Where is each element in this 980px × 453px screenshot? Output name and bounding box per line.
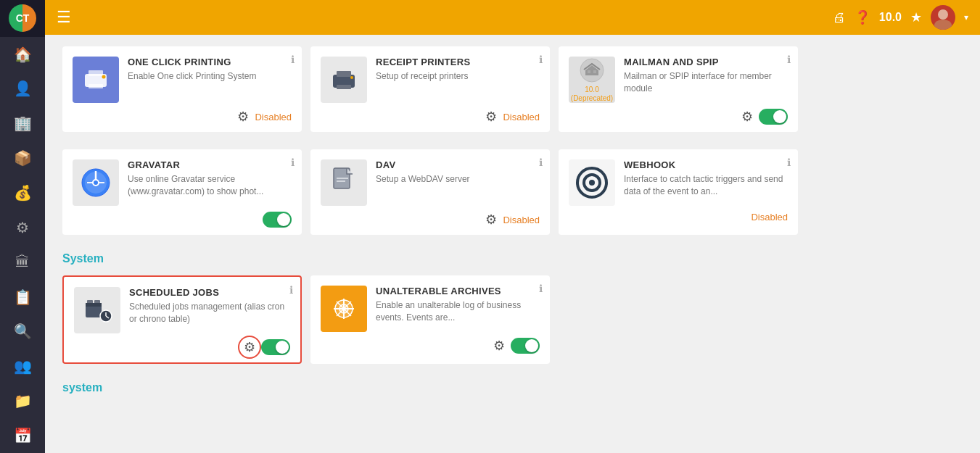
dav-gear-icon[interactable]: ⚙ bbox=[485, 212, 497, 228]
unalterable-footer: ⚙ bbox=[321, 338, 540, 354]
receipt-header: RECEIPT PRINTERS Setup of receipt printe… bbox=[321, 57, 540, 103]
unalterable-gear-icon[interactable]: ⚙ bbox=[493, 338, 505, 354]
scheduled-jobs-icon-box bbox=[74, 287, 120, 333]
webhook-footer: Disabled bbox=[569, 212, 788, 223]
receipt-footer: ⚙ Disabled bbox=[321, 109, 540, 125]
unalterable-info-icon[interactable]: ℹ bbox=[539, 283, 543, 294]
bottom-section-heading: system bbox=[62, 381, 963, 394]
receipt-printers-card: ℹ RECEIPT PRINTERS Setup of receipt prin… bbox=[310, 46, 550, 132]
one-click-title: ONE CLICK PRINTING bbox=[128, 57, 292, 67]
sidebar-item-money[interactable]: 💰 bbox=[0, 175, 45, 210]
cards-row-2: ℹ GRAVATAR Use online Gravatar service (… bbox=[62, 149, 963, 235]
star-icon[interactable]: ★ bbox=[910, 9, 922, 25]
unalterable-title: UNALTERABLE ARCHIVES bbox=[376, 286, 540, 296]
sidebar-item-users[interactable]: 👥 bbox=[0, 349, 45, 383]
unalterable-desc: Enable an unalterable log of business ev… bbox=[376, 299, 540, 324]
dav-title: DAV bbox=[376, 159, 540, 170]
dav-icon-box bbox=[321, 159, 367, 206]
sidebar-item-building[interactable]: 🏢 bbox=[0, 106, 45, 141]
sidebar: CT 🏠 👤 🏢 📦 💰 ⚙ 🏛 📋 🔍 👥 📁 📅 bbox=[0, 0, 45, 453]
receipt-title: RECEIPT PRINTERS bbox=[376, 57, 540, 67]
receipt-info-icon[interactable]: ℹ bbox=[539, 54, 543, 65]
svg-rect-3 bbox=[88, 70, 103, 76]
score-value: 10.0 bbox=[879, 11, 902, 24]
mailman-gear-icon[interactable]: ⚙ bbox=[741, 109, 753, 125]
user-avatar[interactable] bbox=[931, 5, 955, 30]
one-click-icon-box bbox=[73, 57, 119, 103]
mailman-toggle[interactable] bbox=[759, 109, 788, 125]
one-click-footer: ⚙ Disabled bbox=[73, 109, 292, 125]
scheduled-jobs-desc: Scheduled jobs management (alias cron or… bbox=[129, 301, 290, 325]
unalterable-toggle[interactable] bbox=[511, 338, 540, 354]
sidebar-item-home[interactable]: 🏠 bbox=[0, 37, 45, 72]
help-icon[interactable]: ❓ bbox=[855, 9, 870, 25]
scheduled-jobs-title: SCHEDULED JOBS bbox=[129, 287, 290, 298]
dav-card: ℹ DAV Setup a WebDAV server bbox=[310, 149, 550, 235]
receipt-status: Disabled bbox=[503, 112, 540, 122]
gravatar-text: GRAVATAR Use online Gravatar service (ww… bbox=[128, 159, 292, 198]
sidebar-item-search[interactable]: 🔍 bbox=[0, 315, 45, 349]
webhook-header: WEBHOOK Interface to catch tactic trigge… bbox=[569, 159, 788, 206]
mailman-footer: ⚙ bbox=[569, 109, 788, 125]
scheduled-jobs-toggle[interactable] bbox=[261, 339, 290, 355]
one-click-text: ONE CLICK PRINTING Enable One click Prin… bbox=[128, 57, 292, 83]
sidebar-item-package[interactable]: 📦 bbox=[0, 141, 45, 175]
gravatar-toggle[interactable] bbox=[263, 212, 292, 228]
svg-rect-4 bbox=[88, 84, 103, 88]
gravatar-card: ℹ GRAVATAR Use online Gravatar service (… bbox=[62, 149, 302, 235]
sidebar-item-folder[interactable]: 📁 bbox=[0, 383, 45, 418]
gravatar-icon-box bbox=[73, 159, 119, 206]
svg-point-5 bbox=[102, 75, 106, 79]
sidebar-item-tools[interactable]: ⚙ bbox=[0, 210, 45, 245]
gravatar-info-icon[interactable]: ℹ bbox=[291, 157, 295, 168]
mailman-title: MAILMAN AND SPIP bbox=[624, 57, 788, 67]
receipt-gear-icon[interactable]: ⚙ bbox=[485, 109, 497, 125]
webhook-text: WEBHOOK Interface to catch tactic trigge… bbox=[624, 159, 788, 198]
sidebar-item-bank[interactable]: 🏛 bbox=[0, 245, 45, 280]
sidebar-item-person[interactable]: 👤 bbox=[0, 71, 45, 106]
svg-rect-12 bbox=[593, 70, 596, 73]
user-menu-chevron[interactable]: ▾ bbox=[964, 12, 968, 22]
scheduled-jobs-toggle-knob bbox=[276, 341, 289, 354]
webhook-card: ℹ WEBHOOK Interface to catch tactic trig… bbox=[559, 149, 798, 235]
receipt-text: RECEIPT PRINTERS Setup of receipt printe… bbox=[376, 57, 540, 83]
unalterable-text: UNALTERABLE ARCHIVES Enable an unalterab… bbox=[376, 286, 540, 324]
scheduled-jobs-info-icon[interactable]: ℹ bbox=[289, 284, 293, 296]
webhook-desc: Interface to catch tactic triggers and s… bbox=[624, 173, 788, 198]
one-click-gear-icon[interactable]: ⚙ bbox=[237, 109, 249, 125]
dav-footer: ⚙ Disabled bbox=[321, 212, 540, 228]
system-section-heading: System bbox=[62, 252, 963, 265]
print-icon[interactable]: 🖨 bbox=[833, 10, 846, 25]
sidebar-item-clipboard[interactable]: 📋 bbox=[0, 280, 45, 315]
gravatar-footer bbox=[73, 212, 292, 228]
webhook-icon-box bbox=[569, 159, 615, 206]
scheduled-jobs-header: SCHEDULED JOBS Scheduled jobs management… bbox=[74, 287, 290, 333]
gravatar-title: GRAVATAR bbox=[128, 159, 292, 170]
one-click-printing-card: ℹ ONE CLICK PRINTING Enable One click Pr… bbox=[62, 46, 302, 132]
dav-status: Disabled bbox=[503, 215, 540, 225]
hamburger-button[interactable]: ☰ bbox=[57, 8, 71, 27]
dav-info-icon[interactable]: ℹ bbox=[539, 157, 543, 168]
mailman-toggle-knob bbox=[773, 110, 786, 123]
cards-row-1: ℹ ONE CLICK PRINTING Enable One click Pr… bbox=[62, 46, 963, 132]
webhook-info-icon[interactable]: ℹ bbox=[787, 157, 791, 168]
mailman-info-icon[interactable]: ℹ bbox=[787, 54, 791, 65]
dav-header: DAV Setup a WebDAV server bbox=[321, 159, 540, 206]
scheduled-jobs-text: SCHEDULED JOBS Scheduled jobs management… bbox=[129, 287, 290, 325]
mailman-desc: Mailman or SPIP interface for member mod… bbox=[624, 70, 788, 95]
webhook-status: Disabled bbox=[751, 212, 788, 223]
svg-point-9 bbox=[350, 76, 353, 79]
scheduled-jobs-gear-container[interactable]: ⚙ bbox=[244, 339, 255, 355]
sidebar-item-calendar[interactable]: 📅 bbox=[0, 418, 45, 453]
bullseye-icon bbox=[576, 167, 608, 199]
receipt-desc: Setup of receipt printers bbox=[376, 70, 540, 83]
scheduled-jobs-footer: ⚙ bbox=[74, 339, 290, 355]
svg-point-1 bbox=[934, 20, 952, 30]
logo-icon: CT bbox=[9, 4, 36, 32]
webhook-title: WEBHOOK bbox=[624, 159, 788, 170]
unalterable-icon-box bbox=[321, 286, 367, 332]
one-click-info-icon[interactable]: ℹ bbox=[291, 54, 295, 65]
mailman-text: MAILMAN AND SPIP Mailman or SPIP interfa… bbox=[624, 57, 788, 95]
main-content: ℹ ONE CLICK PRINTING Enable One click Pr… bbox=[45, 35, 980, 453]
mailman-icon-box: 10.0(Deprecated) bbox=[569, 57, 615, 103]
